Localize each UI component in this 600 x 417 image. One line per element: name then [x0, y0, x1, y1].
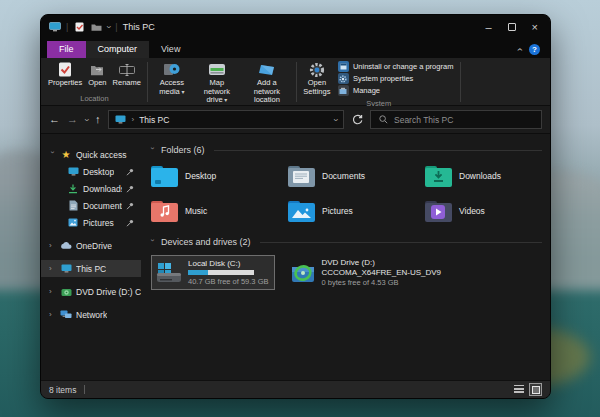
access-media-button[interactable]: Access media: [151, 59, 193, 98]
map-network-drive-button[interactable]: Map network drive: [193, 59, 241, 107]
folder-tile-downloads[interactable]: Downloads: [425, 162, 551, 190]
sidebar-item-desktop[interactable]: Desktop: [41, 163, 141, 180]
up-button[interactable]: ↑: [95, 114, 101, 125]
drive-tile-dvd-d[interactable]: DVD Drive (D:) CCCOMA_X64FRE_EN-US_DV9 0…: [287, 255, 447, 290]
star-icon: ★: [60, 149, 72, 161]
hard-drive-icon: [156, 262, 182, 284]
ribbon-divider: [296, 62, 297, 102]
sidebar-item-quick-access[interactable]: ★ Quick access: [41, 146, 141, 163]
sidebar-item-downloads[interactable]: Downloads: [41, 180, 141, 197]
chevron-right-icon[interactable]: [49, 264, 56, 273]
add-network-location-button[interactable]: Add a network location: [241, 59, 293, 107]
chevron-down-icon[interactable]: [48, 151, 57, 158]
volume-label: CCCOMA_X64FRE_EN-US_DV9: [321, 268, 441, 277]
help-icon[interactable]: ?: [529, 44, 540, 55]
pin-icon: [126, 185, 134, 193]
sidebar-item-dvd-drive[interactable]: DVD Drive (D:) CCCO: [41, 283, 141, 300]
navigation-pane: ★ Quick access Desktop Downloads: [41, 134, 141, 380]
details-view-button[interactable]: [512, 383, 525, 396]
desktop-folder-icon: [151, 166, 178, 187]
divider: [84, 385, 85, 394]
devices-section-header[interactable]: Devices and drives (2): [149, 235, 542, 249]
chevron-right-icon[interactable]: [49, 310, 56, 319]
refresh-icon[interactable]: [351, 114, 363, 126]
music-folder-icon: [151, 201, 178, 222]
breadcrumb[interactable]: This PC: [139, 115, 169, 125]
folder-label: Videos: [459, 206, 485, 216]
sidebar-item-network[interactable]: Network: [41, 306, 141, 323]
collapse-ribbon-icon[interactable]: ›: [514, 48, 525, 51]
window-title: This PC: [123, 22, 155, 32]
documents-folder-icon: [288, 166, 315, 187]
folder-icon[interactable]: [90, 21, 102, 33]
title-bar[interactable]: | › | This PC – ×: [41, 15, 550, 39]
section-header-label: Folders (6): [161, 145, 205, 155]
sidebar-item-label: DVD Drive (D:) CCCO: [76, 287, 141, 297]
address-dropdown-icon[interactable]: ›: [331, 118, 341, 121]
forward-button[interactable]: →: [67, 114, 78, 125]
devices-grid: Local Disk (C:) 40.7 GB free of 59.3 GB: [151, 255, 542, 290]
drive-name: Local Disk (C:): [188, 259, 268, 268]
tab-file[interactable]: File: [47, 41, 86, 58]
chevron-down-icon[interactable]: [148, 147, 157, 154]
manage-icon: [338, 85, 349, 96]
minimize-button[interactable]: –: [485, 22, 491, 33]
pictures-folder-icon: [288, 201, 315, 222]
large-icons-view-button[interactable]: [529, 383, 542, 396]
properties-quick-icon[interactable]: [73, 21, 85, 33]
maximize-button[interactable]: [508, 23, 516, 31]
item-count: 8 items: [49, 385, 76, 395]
folder-tile-pictures[interactable]: Pictures: [288, 197, 425, 225]
ribbon-tab-bar: File Computer View › ?: [41, 39, 550, 58]
sidebar-item-onedrive[interactable]: OneDrive: [41, 237, 141, 254]
tab-view[interactable]: View: [149, 41, 192, 58]
sidebar-item-documents[interactable]: Documents: [41, 197, 141, 214]
recent-locations-icon[interactable]: ›: [82, 118, 92, 121]
chevron-down-icon[interactable]: ›: [104, 26, 114, 29]
chevron-down-icon[interactable]: [148, 239, 157, 246]
address-bar[interactable]: › This PC ›: [108, 110, 345, 129]
sidebar-item-this-pc[interactable]: This PC: [41, 260, 141, 277]
folder-tile-music[interactable]: Music: [151, 197, 288, 225]
sidebar-item-label: Desktop: [83, 167, 114, 177]
tab-computer[interactable]: Computer: [86, 41, 150, 58]
divider: [260, 242, 542, 243]
folder-tile-videos[interactable]: Videos: [425, 197, 551, 225]
folder-tile-documents[interactable]: Documents: [288, 162, 425, 190]
drive-free-space: 40.7 GB free of 59.3 GB: [188, 277, 268, 286]
close-button[interactable]: ×: [532, 22, 538, 33]
map-network-drive-icon: [208, 61, 226, 78]
manage-button[interactable]: Manage: [336, 85, 455, 96]
drive-free-space: 0 bytes free of 4.53 GB: [321, 278, 441, 287]
uninstall-program-button[interactable]: Uninstall or change a program: [336, 61, 455, 72]
videos-folder-icon: [425, 201, 452, 222]
sidebar-item-label: Quick access: [76, 150, 127, 160]
ribbon-group-system: Open Settings Uninstall or change a prog…: [300, 59, 457, 105]
folders-section-header[interactable]: Folders (6): [149, 143, 542, 157]
folder-label: Music: [185, 206, 207, 216]
pin-icon: [126, 219, 134, 227]
divider: [214, 150, 542, 151]
back-button[interactable]: ←: [49, 114, 60, 125]
sidebar-item-label: Documents: [83, 201, 122, 211]
open-icon: [90, 61, 104, 78]
folder-tile-desktop[interactable]: Desktop: [151, 162, 288, 190]
button-label: Add a network location: [244, 79, 290, 105]
search-input[interactable]: [394, 115, 535, 125]
drive-tile-local-disk-c[interactable]: Local Disk (C:) 40.7 GB free of 59.3 GB: [151, 255, 275, 290]
folder-label: Desktop: [185, 171, 216, 181]
sidebar-item-label: Downloads: [83, 184, 122, 194]
chevron-right-icon[interactable]: [49, 241, 56, 250]
search-box[interactable]: [370, 110, 542, 129]
open-button[interactable]: Open: [85, 59, 109, 90]
menu-item-label: Manage: [353, 86, 380, 95]
capacity-bar: [188, 270, 254, 275]
open-settings-button[interactable]: Open Settings: [300, 59, 334, 98]
sidebar-item-pictures[interactable]: Pictures: [41, 214, 141, 231]
rename-button[interactable]: Rename: [110, 59, 144, 90]
capacity-bar-fill: [188, 270, 208, 275]
pin-icon: [126, 168, 134, 176]
system-properties-button[interactable]: System properties: [336, 73, 455, 84]
properties-button[interactable]: Properties: [45, 59, 85, 90]
chevron-right-icon[interactable]: [49, 287, 56, 296]
